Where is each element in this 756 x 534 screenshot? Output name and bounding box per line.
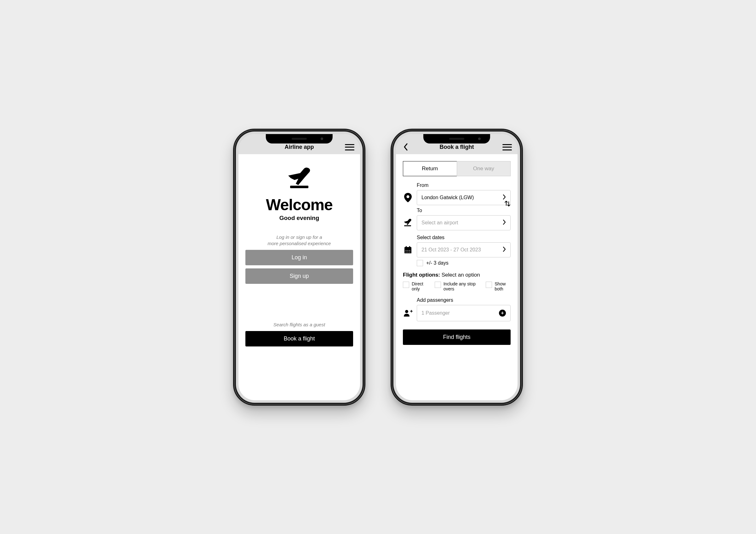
from-value: London Gatwick (LGW) xyxy=(421,195,474,200)
tab-return[interactable]: Return xyxy=(403,161,457,176)
svg-point-11 xyxy=(408,251,409,252)
svg-rect-4 xyxy=(404,249,411,253)
from-label: From xyxy=(417,183,511,188)
dates-label: Select dates xyxy=(417,235,511,241)
device-frame-2: Book a flight Return One way From London… xyxy=(391,129,523,406)
auth-hint: Log in or sign up for a more personalise… xyxy=(245,234,353,247)
chevron-right-icon xyxy=(503,247,506,253)
to-input[interactable]: Select an airport xyxy=(417,215,511,230)
signup-button[interactable]: Sign up xyxy=(245,268,353,284)
flex-dates-checkbox[interactable] xyxy=(417,260,423,266)
menu-icon[interactable] xyxy=(345,144,354,150)
svg-rect-0 xyxy=(290,186,309,188)
book-flight-button[interactable]: Book a flight xyxy=(245,331,353,346)
svg-rect-2 xyxy=(404,225,411,226)
svg-point-1 xyxy=(407,195,410,198)
plane-takeoff-icon xyxy=(245,166,353,192)
from-input[interactable]: London Gatwick (LGW) xyxy=(417,190,511,205)
menu-icon[interactable] xyxy=(502,144,512,150)
device-notch xyxy=(266,134,333,143)
app-title: Book a flight xyxy=(440,144,474,150)
tab-one-way[interactable]: One way xyxy=(457,161,511,176)
chevron-right-icon xyxy=(503,220,506,226)
svg-point-13 xyxy=(405,310,408,313)
to-label: To xyxy=(417,208,422,213)
back-button[interactable] xyxy=(402,143,410,151)
passengers-value: 1 Passenger xyxy=(421,310,450,316)
svg-rect-5 xyxy=(406,246,407,248)
svg-rect-6 xyxy=(409,246,410,248)
screen-welcome: Airline app Welcome Good evening Log in … xyxy=(238,134,360,400)
svg-point-8 xyxy=(408,250,409,251)
add-passenger-button[interactable]: + xyxy=(499,310,506,317)
svg-point-9 xyxy=(410,250,411,251)
device-notch xyxy=(423,134,490,143)
svg-point-12 xyxy=(410,251,411,252)
welcome-subtitle: Good evening xyxy=(245,215,353,221)
to-placeholder: Select an airport xyxy=(421,220,458,225)
calendar-icon xyxy=(403,246,413,254)
chevron-right-icon xyxy=(503,194,506,201)
booking-form: Return One way From London Gatwick (LGW)… xyxy=(396,154,518,400)
passengers-label: Add passengers xyxy=(417,297,511,303)
welcome-heading: Welcome xyxy=(245,196,353,214)
welcome-section: Welcome Good evening Log in or sign up f… xyxy=(238,154,360,400)
find-flights-button[interactable]: Find flights xyxy=(403,329,511,345)
dates-placeholder: 21 Oct 2023 - 27 Oct 2023 xyxy=(421,247,481,252)
svg-point-10 xyxy=(406,251,407,252)
app-title: Airline app xyxy=(284,144,314,150)
swap-icon[interactable] xyxy=(504,200,511,208)
option-include-stopovers[interactable]: Include any stop overs xyxy=(435,281,479,292)
checkbox[interactable] xyxy=(435,282,441,288)
passengers-input[interactable]: 1 Passenger + xyxy=(417,305,511,321)
option-show-both[interactable]: Show both xyxy=(486,281,511,292)
trip-type-segmented: Return One way xyxy=(403,161,511,176)
add-person-icon xyxy=(403,309,413,317)
screen-book-flight: Book a flight Return One way From London… xyxy=(396,134,518,400)
svg-point-7 xyxy=(406,250,407,251)
checkbox[interactable] xyxy=(486,282,492,288)
device-frame-1: Airline app Welcome Good evening Log in … xyxy=(233,129,365,406)
flight-options-row: Direct only Include any stop overs Show … xyxy=(403,281,511,292)
option-direct-only[interactable]: Direct only xyxy=(403,281,428,292)
flight-options-heading: Flight options: Select an option xyxy=(403,272,511,278)
plane-takeoff-icon xyxy=(403,219,413,227)
location-pin-icon xyxy=(403,193,413,202)
guest-hint: Search flights as a guest xyxy=(245,321,353,328)
dates-input[interactable]: 21 Oct 2023 - 27 Oct 2023 xyxy=(417,242,511,257)
login-button[interactable]: Log in xyxy=(245,250,353,265)
checkbox[interactable] xyxy=(403,282,409,288)
flex-dates-label: +/- 3 days xyxy=(426,260,448,266)
